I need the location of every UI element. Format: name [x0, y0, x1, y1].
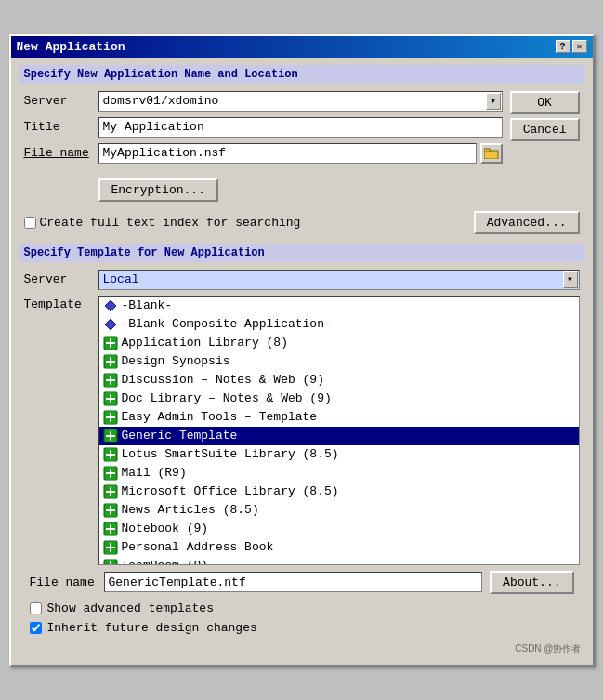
- title-input[interactable]: [98, 117, 503, 138]
- filename-input[interactable]: [98, 143, 477, 164]
- dialog-title: New Application: [17, 40, 125, 54]
- template-list-item[interactable]: TeamRoom (9): [99, 557, 579, 565]
- template-list-item[interactable]: Doc Library – Notes & Web (9): [99, 390, 579, 408]
- server-label: Server: [24, 94, 98, 108]
- template-item-text: Microsoft Office Library (8.5): [122, 484, 339, 498]
- watermark: CSDN @协作者: [19, 641, 585, 657]
- advanced-button[interactable]: Advanced...: [474, 211, 580, 234]
- help-button[interactable]: ?: [556, 40, 570, 53]
- template-list-item[interactable]: Notebook (9): [99, 520, 579, 538]
- template-item-icon: [103, 429, 118, 443]
- title-label: Title: [24, 120, 98, 134]
- template-item-icon: [103, 522, 118, 536]
- new-application-dialog: New Application ? ✕ Specify New Applicat…: [9, 34, 595, 667]
- template-item-icon: [103, 391, 118, 406]
- template-list-item[interactable]: Design Synopsis: [99, 352, 579, 371]
- ok-button[interactable]: OK: [510, 91, 580, 114]
- section1-header: Specify New Application Name and Locatio…: [19, 65, 585, 84]
- svg-rect-1: [484, 149, 490, 152]
- template-item-text: Application Library (8): [122, 336, 288, 350]
- section2-header: Specify Template for New Application: [19, 244, 585, 262]
- template-server-label: Server: [24, 272, 98, 286]
- title-bar: New Application ? ✕: [11, 36, 593, 58]
- filename-label: File name: [24, 146, 98, 160]
- folder-icon: [484, 148, 499, 159]
- cancel-button[interactable]: Cancel: [510, 118, 580, 141]
- template-item-icon: [103, 447, 118, 462]
- template-item-text: Design Synopsis: [122, 354, 230, 368]
- template-filename-label: File name: [30, 575, 104, 589]
- template-list-item[interactable]: Generic Template: [99, 427, 579, 445]
- template-item-text: Easy Admin Tools – Template: [122, 410, 318, 424]
- template-item-text: Personal Address Book: [122, 540, 274, 554]
- template-item-icon: [103, 559, 118, 565]
- template-item-text: -Blank Composite Application-: [122, 317, 332, 331]
- template-item-text: News Articles (8.5): [122, 503, 259, 517]
- template-list-item[interactable]: Discussion – Notes & Web (9): [99, 371, 579, 390]
- template-list-item[interactable]: Mail (R9): [99, 464, 579, 482]
- template-item-text: Notebook (9): [122, 522, 209, 535]
- template-filename-input[interactable]: [104, 572, 483, 592]
- template-list-item[interactable]: -Blank-: [99, 297, 579, 315]
- close-button[interactable]: ✕: [572, 40, 587, 53]
- template-item-icon: [103, 336, 118, 350]
- template-item-text: Generic Template: [122, 429, 238, 442]
- fulltext-checkbox[interactable]: [24, 217, 36, 229]
- title-bar-buttons: ? ✕: [556, 40, 587, 53]
- show-advanced-checkbox[interactable]: [30, 602, 42, 614]
- template-label: Template: [24, 296, 98, 311]
- template-list-item[interactable]: Lotus SmartSuite Library (8.5): [99, 445, 579, 464]
- about-button[interactable]: About...: [490, 571, 573, 594]
- template-item-icon: [103, 466, 118, 481]
- template-item-icon: [103, 354, 118, 369]
- fulltext-label: Create full text index for searching: [40, 216, 301, 230]
- template-list-item[interactable]: Application Library (8): [99, 334, 579, 352]
- template-item-icon: [103, 373, 118, 388]
- inherit-label: Inherit future design changes: [47, 621, 257, 635]
- template-item-text: TeamRoom (9): [122, 559, 209, 565]
- template-item-text: -Blank-: [122, 298, 173, 312]
- template-list-item[interactable]: Microsoft Office Library (8.5): [99, 482, 579, 501]
- server-input[interactable]: [98, 91, 503, 112]
- template-list-item[interactable]: News Articles (8.5): [99, 501, 579, 520]
- template-list-item[interactable]: -Blank Composite Application-: [99, 315, 579, 334]
- encryption-button[interactable]: Encryption...: [98, 178, 218, 202]
- template-item-icon: [103, 540, 118, 555]
- svg-marker-3: [105, 319, 116, 330]
- template-item-text: Mail (R9): [122, 466, 187, 480]
- template-item-icon: [103, 298, 118, 313]
- template-item-text: Lotus SmartSuite Library (8.5): [122, 447, 339, 461]
- template-item-text: Doc Library – Notes & Web (9): [122, 391, 332, 405]
- browse-button[interactable]: [480, 143, 503, 164]
- template-list-item[interactable]: Easy Admin Tools – Template: [99, 408, 579, 427]
- template-item-icon: [103, 317, 118, 332]
- show-advanced-label: Show advanced templates: [47, 601, 214, 615]
- template-item-icon: [103, 503, 118, 518]
- template-item-icon: [103, 484, 118, 499]
- template-item-icon: [103, 410, 118, 425]
- inherit-checkbox[interactable]: [30, 622, 42, 634]
- template-server-input[interactable]: [98, 270, 580, 290]
- svg-marker-2: [105, 300, 116, 311]
- template-list-item[interactable]: Personal Address Book: [99, 538, 579, 557]
- template-item-text: Discussion – Notes & Web (9): [122, 373, 324, 387]
- template-listbox[interactable]: -Blank--Blank Composite Application- App…: [98, 296, 580, 565]
